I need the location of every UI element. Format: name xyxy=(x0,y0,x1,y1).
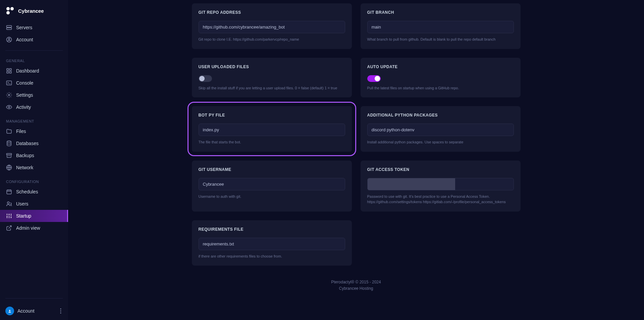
nav-activity[interactable]: Activity xyxy=(0,101,68,113)
nav-dashboard[interactable]: Dashboard xyxy=(0,65,68,77)
card-python-packages: ADDITIONAL PYTHON PACKAGES Install addit… xyxy=(361,106,521,152)
nav-admin-view[interactable]: Admin view xyxy=(0,222,68,234)
svg-rect-1 xyxy=(7,28,12,30)
card-help: The file that starts the bot. xyxy=(199,139,345,145)
footer: Pterodactyl® © 2015 - 2024 Cybrancee Hos… xyxy=(82,279,631,292)
users-icon xyxy=(6,201,12,207)
nav-label: Users xyxy=(16,201,29,207)
nav-network[interactable]: Network xyxy=(0,162,68,174)
card-title: GIT USERNAME xyxy=(199,167,345,172)
svg-point-18 xyxy=(60,309,61,310)
calendar-icon xyxy=(6,189,12,195)
nav-servers[interactable]: Servers xyxy=(0,21,68,34)
card-requirements: REQUIREMENTS FILE if there are other req… xyxy=(192,220,352,266)
nav-account[interactable]: Account xyxy=(0,34,68,46)
card-help: Install additional python packages. Use … xyxy=(367,139,514,145)
server-icon xyxy=(6,25,12,31)
bot-py-input[interactable] xyxy=(199,124,345,136)
nav-console[interactable]: Console xyxy=(0,77,68,89)
footer-copyright: Pterodactyl® © 2015 - 2024 xyxy=(82,279,631,285)
nav-label: Files xyxy=(16,129,26,134)
nav-backups[interactable]: Backups xyxy=(0,149,68,162)
git-branch-input[interactable] xyxy=(367,21,514,33)
card-auto-update: AUTO UPDATE Pull the latest files on sta… xyxy=(361,58,521,98)
nav-label: Servers xyxy=(16,25,32,30)
more-icon[interactable] xyxy=(59,307,63,315)
card-title: GIT BRANCH xyxy=(367,10,514,15)
requirements-input[interactable] xyxy=(199,238,345,250)
svg-rect-6 xyxy=(7,72,8,73)
nav-databases[interactable]: Databases xyxy=(0,137,68,149)
card-title: BOT PY FILE xyxy=(199,113,345,118)
svg-point-15 xyxy=(7,202,9,204)
brand-logo[interactable]: Cybrancee xyxy=(0,0,68,21)
card-title: USER UPLOADED FILES xyxy=(199,64,345,69)
divider xyxy=(5,50,63,51)
nav-label: Admin view xyxy=(16,225,40,231)
nav-schedules[interactable]: Schedules xyxy=(0,186,68,198)
svg-point-10 xyxy=(8,106,10,108)
card-user-uploaded: USER UPLOADED FILES Skip all the install… xyxy=(192,58,352,98)
svg-point-11 xyxy=(7,141,11,143)
nav-label: Databases xyxy=(16,141,39,146)
python-packages-input[interactable] xyxy=(367,124,514,136)
eye-icon xyxy=(6,104,12,110)
user-uploaded-toggle[interactable] xyxy=(199,75,212,82)
card-help: if there are other requirements files to… xyxy=(199,254,345,259)
svg-point-17 xyxy=(9,310,10,311)
database-icon xyxy=(6,140,12,146)
footer-brand: Cybrancee Hosting xyxy=(82,285,631,292)
card-title: GIT REPO ADDRESS xyxy=(199,10,345,15)
git-username-input[interactable] xyxy=(199,178,345,190)
card-title: AUTO UPDATE xyxy=(367,64,514,69)
cog-icon xyxy=(6,92,12,98)
git-token-input[interactable] xyxy=(367,178,514,190)
card-title: GIT ACCESS TOKEN xyxy=(367,167,514,172)
section-label-general: GENERAL xyxy=(0,54,68,65)
grid-icon xyxy=(6,68,12,74)
git-repo-input[interactable] xyxy=(199,21,345,33)
external-icon xyxy=(6,225,12,231)
svg-rect-0 xyxy=(7,26,12,27)
nav-users[interactable]: Users xyxy=(0,198,68,210)
nav-label: Network xyxy=(16,165,33,170)
svg-rect-14 xyxy=(7,190,11,194)
globe-icon xyxy=(6,165,12,171)
terminal-icon xyxy=(6,80,12,86)
svg-point-20 xyxy=(60,313,61,314)
card-git-token: GIT ACCESS TOKEN Password to use with gi… xyxy=(361,161,521,212)
svg-point-3 xyxy=(8,38,10,40)
card-help: Skip all the install stuff if you are le… xyxy=(199,85,345,91)
svg-rect-8 xyxy=(7,81,12,85)
nav-label: Account xyxy=(16,37,33,42)
card-help: Username to auth with git. xyxy=(199,194,345,199)
card-title: ADDITIONAL PYTHON PACKAGES xyxy=(367,113,514,118)
user-circle-icon xyxy=(6,37,12,43)
avatar xyxy=(5,307,14,315)
account-label: Account xyxy=(17,308,55,314)
card-help: Password to use with git. It's best prac… xyxy=(367,194,514,205)
svg-rect-7 xyxy=(10,72,11,73)
card-help: What branch to pull from github. Default… xyxy=(367,37,514,42)
auto-update-toggle[interactable] xyxy=(367,75,381,82)
brand-name: Cybrancee xyxy=(18,8,44,14)
svg-point-9 xyxy=(8,94,10,96)
nav-label: Dashboard xyxy=(16,68,39,74)
svg-rect-4 xyxy=(7,68,8,70)
card-git-repo: GIT REPO ADDRESS Git repo to clone I.E. … xyxy=(192,3,352,49)
folder-icon xyxy=(6,128,12,134)
section-label-configuration: CONFIGURATION xyxy=(0,175,68,186)
sidebar: Cybrancee Servers Account GENERAL Dashbo… xyxy=(0,0,68,320)
card-title: REQUIREMENTS FILE xyxy=(199,227,345,232)
svg-rect-5 xyxy=(10,68,11,70)
card-git-username: GIT USERNAME Username to auth with git. xyxy=(192,161,352,212)
account-footer[interactable]: Account xyxy=(0,302,68,320)
card-bot-py-file: BOT PY FILE The file that starts the bot… xyxy=(192,106,352,152)
nav-label: Schedules xyxy=(16,189,38,194)
sliders-icon xyxy=(6,213,12,219)
nav-files[interactable]: Files xyxy=(0,125,68,137)
nav-startup[interactable]: Startup xyxy=(0,210,68,222)
nav-settings[interactable]: Settings xyxy=(0,89,68,101)
section-label-management: MANAGEMENT xyxy=(0,115,68,125)
card-git-branch: GIT BRANCH What branch to pull from gith… xyxy=(361,3,521,49)
